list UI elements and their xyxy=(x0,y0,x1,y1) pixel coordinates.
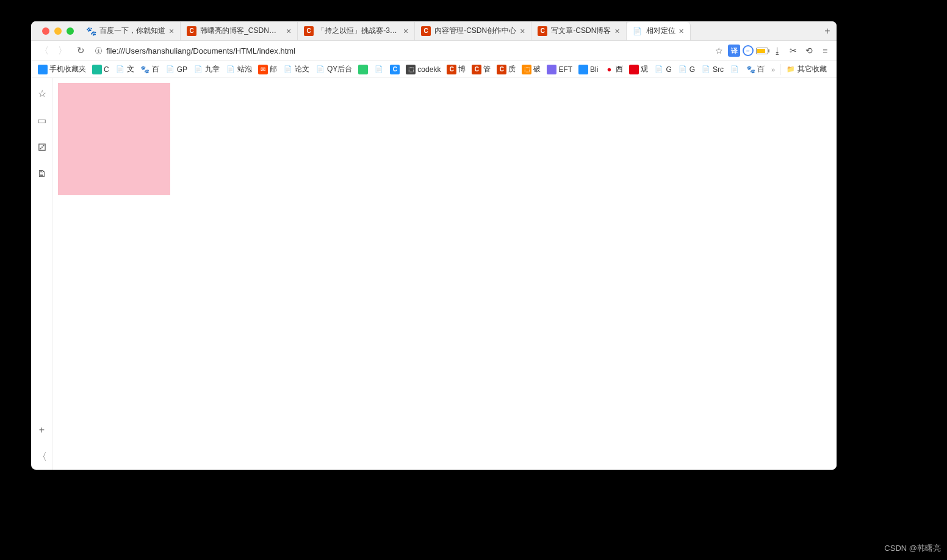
bookmark-20[interactable]: ●西 xyxy=(601,62,626,77)
bookmark-label: 管 xyxy=(483,64,491,74)
close-window-button[interactable] xyxy=(42,27,49,35)
bookmark-24[interactable]: 📄Src xyxy=(698,62,727,77)
translate-icon[interactable]: 译 xyxy=(728,45,740,57)
sidebar-favorites-icon[interactable]: ☆ xyxy=(35,87,49,100)
tab-3[interactable]: C内容管理-CSDN创作中心× xyxy=(415,22,531,40)
tab-0[interactable]: 🐾百度一下，你就知道× xyxy=(80,22,181,40)
bookmark-18[interactable]: EFT xyxy=(544,62,575,77)
url-input[interactable] xyxy=(106,46,706,56)
download-icon[interactable]: ⭳ xyxy=(771,44,784,57)
bookmark-icon: 📄 xyxy=(115,65,125,74)
close-tab-icon[interactable]: × xyxy=(679,26,684,36)
baidu-favicon-icon: 🐾 xyxy=(86,26,96,36)
bookmarks-overflow-button[interactable]: » xyxy=(769,66,777,73)
other-bookmarks-button[interactable]: 📁 其它收藏 xyxy=(783,62,830,77)
tab-label: 「持之以恒」挑战赛-30天打 xyxy=(317,26,400,36)
sidebar-image-icon[interactable]: ⚂ xyxy=(35,140,49,154)
bookmark-icon: 📄 xyxy=(374,65,384,74)
bookmark-icon xyxy=(38,65,48,74)
bookmark-11[interactable]: 📄 xyxy=(371,62,387,77)
bookmark-label: GP xyxy=(177,65,187,74)
tab-label: 内容管理-CSDN创作中心 xyxy=(434,26,516,36)
new-tab-button[interactable]: + xyxy=(818,26,837,37)
close-tab-icon[interactable]: × xyxy=(169,26,174,36)
tab-5[interactable]: 📄相对定位× xyxy=(627,22,691,40)
bookmark-icon xyxy=(547,65,556,74)
sidebar-book-icon[interactable]: ▭ xyxy=(35,113,49,127)
bookmark-4[interactable]: 📄GP xyxy=(162,62,190,77)
page-viewport xyxy=(53,78,837,470)
close-tab-icon[interactable]: × xyxy=(286,26,291,36)
tab-label: 写文章-CSDN博客 xyxy=(551,26,611,36)
bookmark-2[interactable]: 📄文 xyxy=(112,62,137,77)
tab-2[interactable]: C「持之以恒」挑战赛-30天打× xyxy=(298,22,415,40)
bookmark-icon: ● xyxy=(604,65,614,74)
bookmark-6[interactable]: 📄站泡 xyxy=(223,62,255,77)
bookmark-icon: 📄 xyxy=(193,65,203,74)
tab-1[interactable]: C韩曙亮的博客_CSDN博客-韩× xyxy=(181,22,298,40)
bookmark-icon: 📄 xyxy=(701,65,711,74)
maximize-window-button[interactable] xyxy=(67,27,74,35)
bookmark-label: G xyxy=(666,65,671,74)
bookmark-0[interactable]: 手机收藏夹 xyxy=(35,62,89,77)
bookmark-17[interactable]: ⬚破 xyxy=(519,62,544,77)
battery-icon[interactable] xyxy=(756,48,768,54)
site-info-icon[interactable]: 🛈 xyxy=(95,46,103,56)
bookmark-icon: 🐾 xyxy=(746,65,755,74)
bookmark-10[interactable] xyxy=(355,62,371,77)
bookmark-21[interactable]: 观 xyxy=(626,62,651,77)
bookmark-16[interactable]: C质 xyxy=(494,62,519,77)
bookmark-label: Bli xyxy=(590,65,598,74)
bookmark-15[interactable]: C管 xyxy=(469,62,494,77)
file-favicon-icon: 📄 xyxy=(633,26,643,36)
bookmark-19[interactable]: Bli xyxy=(575,62,601,77)
screenshot-icon[interactable]: ✂ xyxy=(787,44,800,57)
folder-icon: 📁 xyxy=(786,65,796,74)
bookmark-label: 质 xyxy=(508,64,516,74)
tab-label: 韩曙亮的博客_CSDN博客-韩 xyxy=(200,26,283,36)
bookmark-8[interactable]: 📄论文 xyxy=(280,62,312,77)
bookmark-icon: 📄 xyxy=(165,65,175,74)
minimize-window-button[interactable] xyxy=(54,27,62,35)
bookmark-23[interactable]: 📄G xyxy=(675,62,698,77)
bookmark-label: 破 xyxy=(533,64,541,74)
c-favicon-icon: C xyxy=(421,26,431,36)
browser-window: 🐾百度一下，你就知道×C韩曙亮的博客_CSDN博客-韩×C「持之以恒」挑战赛-3… xyxy=(31,21,837,470)
bookmark-7[interactable]: ✉邮 xyxy=(255,62,280,77)
forward-button[interactable]: 〉 xyxy=(54,43,70,59)
back-button[interactable]: 〈 xyxy=(36,43,52,59)
sidebar-add-button[interactable]: + xyxy=(35,423,49,437)
close-tab-icon[interactable]: × xyxy=(520,26,525,36)
sidebar-collapse-button[interactable]: 〈 xyxy=(35,450,49,464)
bookmark-1[interactable]: C xyxy=(89,62,112,77)
bookmark-icon: 📄 xyxy=(730,65,740,74)
url-box[interactable]: 🛈 xyxy=(91,43,710,59)
bookmark-icon: ✉ xyxy=(258,65,268,74)
reload-button[interactable]: ↻ xyxy=(73,43,88,59)
tab-4[interactable]: C写文章-CSDN博客× xyxy=(531,22,626,40)
menu-icon[interactable]: ≡ xyxy=(818,44,832,57)
address-bar: 〈 〉 ↻ 🛈 ☆ 译 − ⭳ ✂ ⟲ ≡ xyxy=(31,41,837,61)
bookmark-12[interactable]: C xyxy=(387,62,403,77)
bookmark-26[interactable]: 🐾百 xyxy=(743,62,768,77)
bookmark-25[interactable]: 📄 xyxy=(727,62,743,77)
bookmark-label: C xyxy=(104,65,109,74)
bookmark-3[interactable]: 🐾百 xyxy=(137,62,162,77)
bookmark-14[interactable]: C博 xyxy=(444,62,469,77)
bookmark-label: codekk xyxy=(417,65,441,74)
star-icon[interactable]: ☆ xyxy=(712,44,726,57)
sidebar-document-icon[interactable]: 🗎 xyxy=(35,167,49,181)
bookmark-22[interactable]: 📄G xyxy=(651,62,674,77)
bookmark-9[interactable]: 📄QY后台 xyxy=(312,62,355,77)
close-tab-icon[interactable]: × xyxy=(614,26,619,36)
close-tab-icon[interactable]: × xyxy=(403,26,408,36)
bookmark-label: G xyxy=(690,65,695,74)
bookmarks-bar: 手机收藏夹C📄文🐾百📄GP📄九章📄站泡✉邮📄论文📄QY后台📄C⬚codekkC博… xyxy=(31,61,837,78)
bookmark-label: 百 xyxy=(757,64,765,74)
zoom-out-icon[interactable]: − xyxy=(743,45,754,56)
bookmark-13[interactable]: ⬚codekk xyxy=(403,62,444,77)
bookmark-icon: 📄 xyxy=(315,65,325,74)
other-bookmarks-label: 其它收藏 xyxy=(798,64,827,74)
restore-icon[interactable]: ⟲ xyxy=(802,44,816,57)
bookmark-5[interactable]: 📄九章 xyxy=(190,62,223,77)
